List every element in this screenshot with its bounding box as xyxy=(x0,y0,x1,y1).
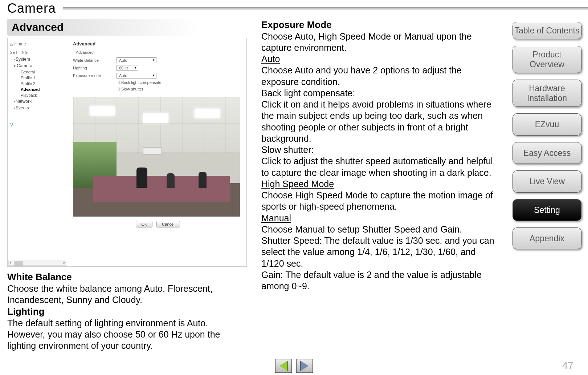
ss-item-network[interactable]: Network xyxy=(10,98,67,105)
next-page-button[interactable] xyxy=(296,359,313,373)
ss-light-select[interactable]: 60Hz xyxy=(117,65,138,71)
settings-screenshot: Home SETTING System Camera General Profi… xyxy=(7,38,247,267)
section-title: Advanced xyxy=(7,19,247,36)
blc-heading: Back light compensate: xyxy=(261,88,501,99)
sidebar-scrollbar[interactable] xyxy=(8,261,66,266)
ss-light-label: Lighting xyxy=(73,66,117,70)
light-heading: Lighting xyxy=(7,306,247,318)
exp-heading: Exposure Mode xyxy=(261,19,501,31)
arrow-right-icon xyxy=(301,361,309,371)
ss-item-events[interactable]: Events xyxy=(10,105,67,111)
ss-sub-profile2[interactable]: Profile 2 xyxy=(10,81,67,86)
ss-backlight-checkbox[interactable]: Back light compensate xyxy=(117,80,162,85)
ss-item-camera[interactable]: Camera xyxy=(10,62,67,69)
hsm-heading: High Speed Mode xyxy=(261,178,501,190)
nav-easy-access-button[interactable]: Easy Access xyxy=(513,142,581,164)
camera-preview xyxy=(73,97,240,217)
ss-wb-label: White Balance xyxy=(73,58,117,62)
ss-home-link[interactable]: Home xyxy=(10,41,67,47)
nav-live-view-button[interactable]: Live View xyxy=(513,170,581,192)
nav-hardware-install-button[interactable]: Hardware Installation xyxy=(513,80,581,107)
arrow-left-icon xyxy=(279,361,287,371)
header-divider xyxy=(63,7,588,9)
ss-exp-select[interactable]: Auto xyxy=(117,73,156,78)
prev-page-button[interactable] xyxy=(275,359,292,373)
nav-product-overview-button[interactable]: Product Overview xyxy=(513,46,581,73)
auto-heading: Auto xyxy=(261,53,501,65)
ss-slowshutter-checkbox[interactable]: Slow shutter xyxy=(117,87,143,92)
wb-text: Choose the white balance among Auto, Flo… xyxy=(7,283,247,306)
man-heading: Manual xyxy=(261,213,501,224)
ss-panel-title: Advanced xyxy=(73,41,243,47)
ss-sub-playback[interactable]: Playback xyxy=(10,92,67,98)
ss-ok-button[interactable]: OK xyxy=(136,221,152,227)
man-text-1: Choose Manual to setup Shutter Speed and… xyxy=(261,224,501,235)
ss-heading: Slow shutter: xyxy=(261,144,501,156)
man-text-3: Gain: The default value is 2 and the val… xyxy=(261,269,501,292)
ss-sub-profile1[interactable]: Profile 1 xyxy=(10,75,67,81)
nav-setting-button[interactable]: Setting xyxy=(513,199,581,221)
nav-appendix-button[interactable]: Appendix xyxy=(513,227,581,249)
nav-ezvuu-button[interactable]: EZvuu xyxy=(513,113,581,135)
ss-text: Click to adjust the shutter speed automa… xyxy=(261,156,501,178)
ss-sub-advanced[interactable]: Advanced xyxy=(10,86,67,92)
auto-text: Choose Auto and you have 2 options to ad… xyxy=(261,65,501,88)
ss-item-system[interactable]: System xyxy=(10,56,67,62)
ss-group-label: Advanced xyxy=(73,50,243,55)
ss-wb-select[interactable]: Auto xyxy=(117,57,156,63)
ss-cancel-button[interactable]: Cancel xyxy=(156,221,180,227)
page-number: 47 xyxy=(562,360,573,371)
man-text-2: Shutter Speed: The default value is 1/30… xyxy=(261,235,501,269)
nav-toc-button[interactable]: Table of Contents xyxy=(513,22,581,39)
side-nav: Table of Contents Product Overview Hardw… xyxy=(513,22,581,249)
ss-category: SETTING xyxy=(10,51,67,55)
hsm-text: Choose High Speed Mode to capture the mo… xyxy=(261,190,501,213)
page-category-title: Camera xyxy=(7,1,63,16)
ss-exp-label: Exposure mode xyxy=(73,73,117,78)
light-text: The default setting of lighting environm… xyxy=(7,318,247,352)
wb-heading: White Balance xyxy=(7,271,247,283)
ss-sub-general[interactable]: General xyxy=(10,69,67,75)
exp-intro: Choose Auto, High Speed Mode or Manual u… xyxy=(261,31,501,54)
blc-text: Click it on and it helps avoid problems … xyxy=(261,99,501,144)
help-icon[interactable]: ? xyxy=(10,122,67,129)
